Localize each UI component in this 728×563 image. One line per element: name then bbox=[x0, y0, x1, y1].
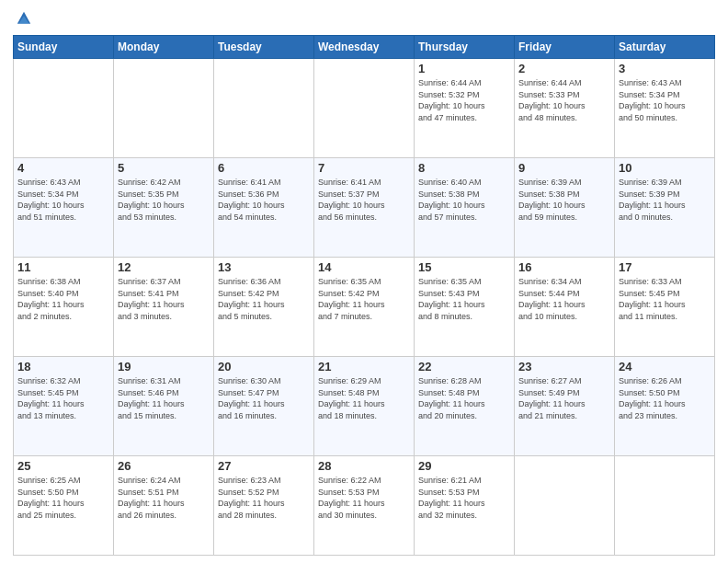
day-info: Sunrise: 6:29 AM Sunset: 5:48 PM Dayligh… bbox=[318, 375, 410, 421]
day-info: Sunrise: 6:40 AM Sunset: 5:38 PM Dayligh… bbox=[418, 177, 510, 223]
day-number: 2 bbox=[518, 62, 610, 75]
day-info: Sunrise: 6:35 AM Sunset: 5:43 PM Dayligh… bbox=[418, 276, 510, 322]
day-info: Sunrise: 6:43 AM Sunset: 5:34 PM Dayligh… bbox=[17, 177, 109, 223]
logo-icon bbox=[15, 9, 33, 28]
calendar-header-row: Sunday Monday Tuesday Wednesday Thursday… bbox=[14, 36, 715, 59]
day-info: Sunrise: 6:26 AM Sunset: 5:50 PM Dayligh… bbox=[619, 375, 711, 421]
day-info: Sunrise: 6:44 AM Sunset: 5:33 PM Dayligh… bbox=[518, 77, 610, 123]
day-info: Sunrise: 6:36 AM Sunset: 5:42 PM Dayligh… bbox=[218, 276, 310, 322]
logo bbox=[13, 9, 35, 28]
day-number: 26 bbox=[118, 459, 210, 473]
day-number: 12 bbox=[118, 260, 210, 274]
calendar-cell bbox=[314, 59, 415, 158]
calendar-cell: 7Sunrise: 6:41 AM Sunset: 5:37 PM Daylig… bbox=[314, 158, 415, 258]
calendar-cell: 8Sunrise: 6:40 AM Sunset: 5:38 PM Daylig… bbox=[415, 158, 515, 258]
calendar-cell bbox=[214, 59, 314, 158]
day-info: Sunrise: 6:32 AM Sunset: 5:45 PM Dayligh… bbox=[17, 375, 109, 421]
day-number: 4 bbox=[17, 161, 109, 175]
day-info: Sunrise: 6:22 AM Sunset: 5:53 PM Dayligh… bbox=[318, 475, 410, 521]
day-number: 11 bbox=[17, 260, 109, 274]
day-number: 29 bbox=[418, 459, 510, 473]
calendar-cell: 18Sunrise: 6:32 AM Sunset: 5:45 PM Dayli… bbox=[14, 357, 114, 456]
calendar-cell: 17Sunrise: 6:33 AM Sunset: 5:45 PM Dayli… bbox=[615, 258, 715, 357]
calendar-table: Sunday Monday Tuesday Wednesday Thursday… bbox=[13, 35, 715, 556]
calendar-cell: 24Sunrise: 6:26 AM Sunset: 5:50 PM Dayli… bbox=[615, 357, 715, 456]
calendar-cell: 29Sunrise: 6:21 AM Sunset: 5:53 PM Dayli… bbox=[415, 456, 515, 556]
calendar-cell: 11Sunrise: 6:38 AM Sunset: 5:40 PM Dayli… bbox=[14, 258, 114, 357]
day-info: Sunrise: 6:25 AM Sunset: 5:50 PM Dayligh… bbox=[17, 475, 109, 521]
day-number: 14 bbox=[318, 260, 410, 274]
calendar-week-2: 4Sunrise: 6:43 AM Sunset: 5:34 PM Daylig… bbox=[14, 158, 715, 258]
header-monday: Monday bbox=[114, 36, 214, 59]
calendar-cell: 2Sunrise: 6:44 AM Sunset: 5:33 PM Daylig… bbox=[515, 59, 615, 158]
day-number: 28 bbox=[318, 459, 410, 473]
calendar-cell: 28Sunrise: 6:22 AM Sunset: 5:53 PM Dayli… bbox=[314, 456, 415, 556]
day-info: Sunrise: 6:23 AM Sunset: 5:52 PM Dayligh… bbox=[218, 475, 310, 521]
day-info: Sunrise: 6:42 AM Sunset: 5:35 PM Dayligh… bbox=[118, 177, 210, 223]
day-number: 10 bbox=[619, 161, 711, 175]
calendar-cell: 19Sunrise: 6:31 AM Sunset: 5:46 PM Dayli… bbox=[114, 357, 214, 456]
day-number: 3 bbox=[619, 62, 711, 75]
day-number: 9 bbox=[518, 161, 610, 175]
calendar-cell: 16Sunrise: 6:34 AM Sunset: 5:44 PM Dayli… bbox=[515, 258, 615, 357]
day-info: Sunrise: 6:30 AM Sunset: 5:47 PM Dayligh… bbox=[218, 375, 310, 421]
calendar-cell: 12Sunrise: 6:37 AM Sunset: 5:41 PM Dayli… bbox=[114, 258, 214, 357]
calendar-cell: 21Sunrise: 6:29 AM Sunset: 5:48 PM Dayli… bbox=[314, 357, 415, 456]
calendar-cell: 1Sunrise: 6:44 AM Sunset: 5:32 PM Daylig… bbox=[415, 59, 515, 158]
day-number: 8 bbox=[418, 161, 510, 175]
calendar-cell: 26Sunrise: 6:24 AM Sunset: 5:51 PM Dayli… bbox=[114, 456, 214, 556]
day-info: Sunrise: 6:31 AM Sunset: 5:46 PM Dayligh… bbox=[118, 375, 210, 421]
calendar-cell: 23Sunrise: 6:27 AM Sunset: 5:49 PM Dayli… bbox=[515, 357, 615, 456]
calendar-cell bbox=[14, 59, 114, 158]
calendar-cell: 3Sunrise: 6:43 AM Sunset: 5:34 PM Daylig… bbox=[615, 59, 715, 158]
day-number: 17 bbox=[619, 260, 711, 274]
header-wednesday: Wednesday bbox=[314, 36, 415, 59]
calendar-cell: 5Sunrise: 6:42 AM Sunset: 5:35 PM Daylig… bbox=[114, 158, 214, 258]
calendar-cell: 10Sunrise: 6:39 AM Sunset: 5:39 PM Dayli… bbox=[615, 158, 715, 258]
day-number: 1 bbox=[418, 62, 510, 75]
day-info: Sunrise: 6:21 AM Sunset: 5:53 PM Dayligh… bbox=[418, 475, 510, 521]
calendar-cell: 9Sunrise: 6:39 AM Sunset: 5:38 PM Daylig… bbox=[515, 158, 615, 258]
calendar-cell: 15Sunrise: 6:35 AM Sunset: 5:43 PM Dayli… bbox=[415, 258, 515, 357]
day-number: 27 bbox=[218, 459, 310, 473]
header-thursday: Thursday bbox=[415, 36, 515, 59]
calendar-cell: 14Sunrise: 6:35 AM Sunset: 5:42 PM Dayli… bbox=[314, 258, 415, 357]
calendar-cell: 13Sunrise: 6:36 AM Sunset: 5:42 PM Dayli… bbox=[214, 258, 314, 357]
day-info: Sunrise: 6:39 AM Sunset: 5:38 PM Dayligh… bbox=[518, 177, 610, 223]
day-number: 16 bbox=[518, 260, 610, 274]
calendar-week-1: 1Sunrise: 6:44 AM Sunset: 5:32 PM Daylig… bbox=[14, 59, 715, 158]
day-info: Sunrise: 6:39 AM Sunset: 5:39 PM Dayligh… bbox=[619, 177, 711, 223]
calendar-cell: 25Sunrise: 6:25 AM Sunset: 5:50 PM Dayli… bbox=[14, 456, 114, 556]
page-header bbox=[13, 9, 715, 28]
calendar-cell bbox=[615, 456, 715, 556]
calendar-week-3: 11Sunrise: 6:38 AM Sunset: 5:40 PM Dayli… bbox=[14, 258, 715, 357]
day-number: 6 bbox=[218, 161, 310, 175]
day-info: Sunrise: 6:43 AM Sunset: 5:34 PM Dayligh… bbox=[619, 77, 711, 123]
day-number: 5 bbox=[118, 161, 210, 175]
day-number: 20 bbox=[218, 360, 310, 373]
day-info: Sunrise: 6:28 AM Sunset: 5:48 PM Dayligh… bbox=[418, 375, 510, 421]
day-number: 18 bbox=[17, 360, 109, 373]
day-info: Sunrise: 6:34 AM Sunset: 5:44 PM Dayligh… bbox=[518, 276, 610, 322]
day-info: Sunrise: 6:41 AM Sunset: 5:37 PM Dayligh… bbox=[318, 177, 410, 223]
day-info: Sunrise: 6:41 AM Sunset: 5:36 PM Dayligh… bbox=[218, 177, 310, 223]
calendar-cell: 22Sunrise: 6:28 AM Sunset: 5:48 PM Dayli… bbox=[415, 357, 515, 456]
header-tuesday: Tuesday bbox=[214, 36, 314, 59]
day-number: 15 bbox=[418, 260, 510, 274]
day-info: Sunrise: 6:37 AM Sunset: 5:41 PM Dayligh… bbox=[118, 276, 210, 322]
day-number: 13 bbox=[218, 260, 310, 274]
calendar-week-4: 18Sunrise: 6:32 AM Sunset: 5:45 PM Dayli… bbox=[14, 357, 715, 456]
day-info: Sunrise: 6:24 AM Sunset: 5:51 PM Dayligh… bbox=[118, 475, 210, 521]
header-saturday: Saturday bbox=[615, 36, 715, 59]
day-number: 25 bbox=[17, 459, 109, 473]
day-number: 22 bbox=[418, 360, 510, 373]
day-number: 23 bbox=[518, 360, 610, 373]
header-sunday: Sunday bbox=[14, 36, 114, 59]
day-info: Sunrise: 6:27 AM Sunset: 5:49 PM Dayligh… bbox=[518, 375, 610, 421]
calendar-cell: 6Sunrise: 6:41 AM Sunset: 5:36 PM Daylig… bbox=[214, 158, 314, 258]
calendar-cell bbox=[515, 456, 615, 556]
day-info: Sunrise: 6:33 AM Sunset: 5:45 PM Dayligh… bbox=[619, 276, 711, 322]
calendar-cell bbox=[114, 59, 214, 158]
day-info: Sunrise: 6:35 AM Sunset: 5:42 PM Dayligh… bbox=[318, 276, 410, 322]
day-number: 7 bbox=[318, 161, 410, 175]
